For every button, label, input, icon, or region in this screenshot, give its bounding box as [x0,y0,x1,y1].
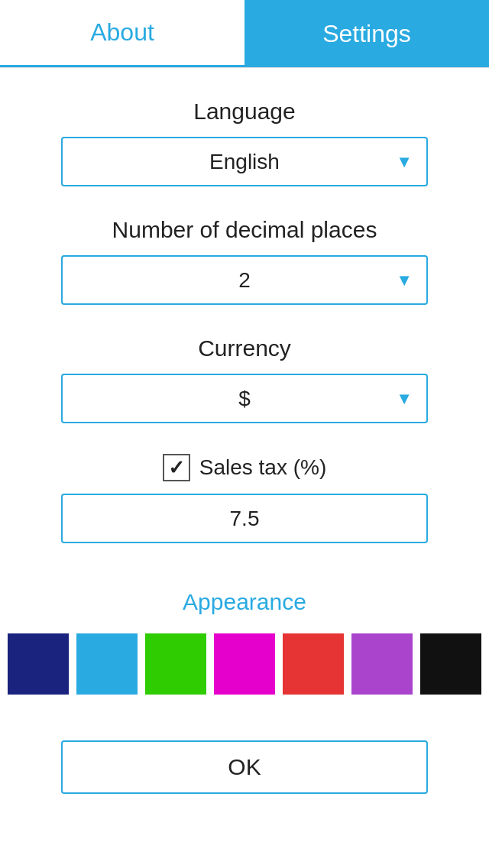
appearance-title: Appearance [183,589,306,615]
currency-label: Currency [198,335,291,361]
ok-button[interactable]: OK [61,740,428,794]
tab-about[interactable]: About [0,0,244,67]
tab-settings[interactable]: Settings [244,0,489,67]
decimal-places-dropdown[interactable]: 2 ▼ [61,255,428,305]
language-value: English [209,150,280,174]
language-section: Language English ▼ [61,99,428,186]
decimal-places-section: Number of decimal places 2 ▼ [61,217,428,305]
currency-dropdown[interactable]: $ ▼ [61,374,428,423]
sales-tax-value: 7.5 [230,507,260,531]
ok-button-container: OK [61,740,428,794]
color-swatch-red[interactable] [283,633,344,695]
language-dropdown[interactable]: English ▼ [61,137,428,186]
sales-tax-section: Sales tax (%) 7.5 [61,454,428,543]
sales-tax-row: Sales tax (%) [163,454,327,481]
color-swatch-dark-blue[interactable] [8,633,69,695]
decimal-places-label: Number of decimal places [112,217,377,243]
color-swatch-cyan-blue[interactable] [76,633,138,695]
decimal-places-dropdown-arrow: ▼ [396,270,413,290]
color-swatch-magenta[interactable] [214,633,275,695]
color-swatch-purple[interactable] [351,633,413,695]
sales-tax-label: Sales tax (%) [199,455,327,480]
settings-content: Language English ▼ Number of decimal pla… [0,68,489,809]
sales-tax-input[interactable]: 7.5 [61,494,428,543]
decimal-places-value: 2 [238,268,251,293]
color-swatches [8,633,481,695]
language-label: Language [193,99,295,125]
sales-tax-checkbox[interactable] [163,454,190,481]
currency-dropdown-arrow: ▼ [396,389,413,409]
color-swatch-green[interactable] [145,633,206,695]
language-dropdown-arrow: ▼ [396,152,413,172]
color-swatch-black[interactable] [420,633,481,695]
appearance-section: Appearance [61,589,428,695]
currency-value: $ [238,387,251,411]
tab-bar: About Settings [0,0,489,68]
currency-section: Currency $ ▼ [61,335,428,423]
